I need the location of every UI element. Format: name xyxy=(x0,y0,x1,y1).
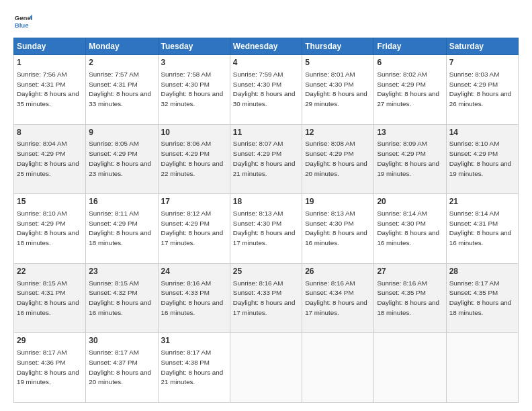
day-info: Sunrise: 8:06 AMSunset: 4:29 PMDaylight:… xyxy=(161,140,224,177)
day-number: 10 xyxy=(161,127,227,138)
day-info: Sunrise: 8:16 AMSunset: 4:35 PMDaylight:… xyxy=(377,279,439,316)
calendar-cell: 7Sunrise: 8:03 AMSunset: 4:29 PMDaylight… xyxy=(446,55,518,125)
day-info: Sunrise: 8:04 AMSunset: 4:29 PMDaylight:… xyxy=(17,140,79,177)
day-number: 18 xyxy=(233,196,299,208)
calendar-cell xyxy=(446,333,518,403)
calendar-cell xyxy=(374,333,446,403)
day-info: Sunrise: 8:01 AMSunset: 4:30 PMDaylight:… xyxy=(305,71,367,107)
day-number: 9 xyxy=(89,127,154,138)
calendar-table: SundayMondayTuesdayWednesdayThursdayFrid… xyxy=(13,38,519,403)
calendar-header-row: SundayMondayTuesdayWednesdayThursdayFrid… xyxy=(14,38,519,55)
calendar-cell: 23Sunrise: 8:15 AMSunset: 4:32 PMDayligh… xyxy=(86,263,158,333)
calendar-cell: 11Sunrise: 8:07 AMSunset: 4:29 PMDayligh… xyxy=(230,124,302,194)
day-info: Sunrise: 8:05 AMSunset: 4:29 PMDaylight:… xyxy=(89,140,151,177)
svg-text:Blue: Blue xyxy=(15,21,29,29)
day-info: Sunrise: 8:09 AMSunset: 4:29 PMDaylight:… xyxy=(377,140,439,177)
day-number: 14 xyxy=(449,127,515,138)
day-info: Sunrise: 8:15 AMSunset: 4:32 PMDaylight:… xyxy=(89,279,151,316)
calendar-cell: 31Sunrise: 8:17 AMSunset: 4:38 PMDayligh… xyxy=(158,333,230,403)
calendar-cell xyxy=(302,333,374,403)
day-number: 16 xyxy=(89,196,154,208)
calendar-week-1: 1Sunrise: 7:56 AMSunset: 4:31 PMDaylight… xyxy=(14,55,519,125)
day-info: Sunrise: 8:17 AMSunset: 4:36 PMDaylight:… xyxy=(17,349,79,385)
day-number: 27 xyxy=(377,266,443,277)
calendar-cell: 13Sunrise: 8:09 AMSunset: 4:29 PMDayligh… xyxy=(374,124,446,194)
day-info: Sunrise: 7:56 AMSunset: 4:31 PMDaylight:… xyxy=(17,71,79,107)
calendar-cell: 21Sunrise: 8:14 AMSunset: 4:31 PMDayligh… xyxy=(446,194,518,264)
day-number: 2 xyxy=(89,57,154,68)
calendar-cell: 22Sunrise: 8:15 AMSunset: 4:31 PMDayligh… xyxy=(14,263,86,333)
day-number: 3 xyxy=(161,57,227,68)
calendar-cell: 3Sunrise: 7:58 AMSunset: 4:30 PMDaylight… xyxy=(158,55,230,125)
calendar-week-3: 15Sunrise: 8:10 AMSunset: 4:29 PMDayligh… xyxy=(14,194,519,264)
calendar-cell xyxy=(230,333,302,403)
calendar-cell: 8Sunrise: 8:04 AMSunset: 4:29 PMDaylight… xyxy=(14,124,86,194)
day-info: Sunrise: 8:11 AMSunset: 4:29 PMDaylight:… xyxy=(89,210,151,246)
calendar-week-5: 29Sunrise: 8:17 AMSunset: 4:36 PMDayligh… xyxy=(14,333,519,403)
day-info: Sunrise: 8:14 AMSunset: 4:31 PMDaylight:… xyxy=(449,210,512,246)
calendar-cell: 24Sunrise: 8:16 AMSunset: 4:33 PMDayligh… xyxy=(158,263,230,333)
day-number: 24 xyxy=(161,266,227,277)
day-number: 4 xyxy=(233,57,299,68)
calendar-cell: 14Sunrise: 8:10 AMSunset: 4:29 PMDayligh… xyxy=(446,124,518,194)
calendar-cell: 12Sunrise: 8:08 AMSunset: 4:29 PMDayligh… xyxy=(302,124,374,194)
day-number: 21 xyxy=(449,196,515,208)
day-info: Sunrise: 8:02 AMSunset: 4:29 PMDaylight:… xyxy=(377,71,439,107)
calendar-week-2: 8Sunrise: 8:04 AMSunset: 4:29 PMDaylight… xyxy=(14,124,519,194)
calendar-cell: 27Sunrise: 8:16 AMSunset: 4:35 PMDayligh… xyxy=(374,263,446,333)
day-number: 19 xyxy=(305,196,371,208)
day-number: 5 xyxy=(305,57,371,68)
calendar-cell: 25Sunrise: 8:16 AMSunset: 4:33 PMDayligh… xyxy=(230,263,302,333)
day-info: Sunrise: 8:17 AMSunset: 4:35 PMDaylight:… xyxy=(449,279,512,316)
day-info: Sunrise: 7:59 AMSunset: 4:30 PMDaylight:… xyxy=(233,71,296,107)
day-info: Sunrise: 8:12 AMSunset: 4:29 PMDaylight:… xyxy=(161,210,224,246)
day-number: 6 xyxy=(377,57,443,68)
day-info: Sunrise: 8:13 AMSunset: 4:30 PMDaylight:… xyxy=(233,210,296,246)
header: General Blue xyxy=(13,12,519,31)
day-info: Sunrise: 8:10 AMSunset: 4:29 PMDaylight:… xyxy=(17,210,79,246)
day-number: 29 xyxy=(17,335,83,347)
calendar-week-4: 22Sunrise: 8:15 AMSunset: 4:31 PMDayligh… xyxy=(14,263,519,333)
day-info: Sunrise: 8:16 AMSunset: 4:33 PMDaylight:… xyxy=(161,279,224,316)
day-info: Sunrise: 8:08 AMSunset: 4:29 PMDaylight:… xyxy=(305,140,367,177)
calendar-cell: 16Sunrise: 8:11 AMSunset: 4:29 PMDayligh… xyxy=(86,194,158,264)
day-info: Sunrise: 7:57 AMSunset: 4:31 PMDaylight:… xyxy=(89,71,151,107)
day-info: Sunrise: 8:07 AMSunset: 4:29 PMDaylight:… xyxy=(233,140,296,177)
calendar-cell: 30Sunrise: 8:17 AMSunset: 4:37 PMDayligh… xyxy=(86,333,158,403)
day-info: Sunrise: 8:10 AMSunset: 4:29 PMDaylight:… xyxy=(449,140,512,177)
calendar-cell: 9Sunrise: 8:05 AMSunset: 4:29 PMDaylight… xyxy=(86,124,158,194)
day-header-sunday: Sunday xyxy=(14,38,86,55)
day-number: 1 xyxy=(17,57,83,68)
day-number: 11 xyxy=(233,127,299,138)
day-info: Sunrise: 8:17 AMSunset: 4:38 PMDaylight:… xyxy=(161,349,224,385)
day-header-monday: Monday xyxy=(86,38,158,55)
calendar-cell: 20Sunrise: 8:14 AMSunset: 4:30 PMDayligh… xyxy=(374,194,446,264)
calendar-page: General Blue SundayMondayTuesdayWednesda… xyxy=(0,0,532,411)
day-number: 25 xyxy=(233,266,299,277)
calendar-cell: 28Sunrise: 8:17 AMSunset: 4:35 PMDayligh… xyxy=(446,263,518,333)
day-info: Sunrise: 8:16 AMSunset: 4:33 PMDaylight:… xyxy=(233,279,296,316)
calendar-cell: 2Sunrise: 7:57 AMSunset: 4:31 PMDaylight… xyxy=(86,55,158,125)
day-number: 30 xyxy=(89,335,154,347)
day-number: 12 xyxy=(305,127,371,138)
day-info: Sunrise: 8:14 AMSunset: 4:30 PMDaylight:… xyxy=(377,210,439,246)
calendar-cell: 1Sunrise: 7:56 AMSunset: 4:31 PMDaylight… xyxy=(14,55,86,125)
calendar-cell: 19Sunrise: 8:13 AMSunset: 4:30 PMDayligh… xyxy=(302,194,374,264)
logo: General Blue xyxy=(13,12,32,31)
calendar-cell: 6Sunrise: 8:02 AMSunset: 4:29 PMDaylight… xyxy=(374,55,446,125)
logo-icon: General Blue xyxy=(13,12,32,31)
day-header-wednesday: Wednesday xyxy=(230,38,302,55)
day-number: 17 xyxy=(161,196,227,208)
day-info: Sunrise: 8:13 AMSunset: 4:30 PMDaylight:… xyxy=(305,210,367,246)
day-number: 31 xyxy=(161,335,227,347)
calendar-cell: 29Sunrise: 8:17 AMSunset: 4:36 PMDayligh… xyxy=(14,333,86,403)
day-header-tuesday: Tuesday xyxy=(158,38,230,55)
calendar-cell: 4Sunrise: 7:59 AMSunset: 4:30 PMDaylight… xyxy=(230,55,302,125)
day-number: 23 xyxy=(89,266,154,277)
day-number: 28 xyxy=(449,266,515,277)
day-number: 20 xyxy=(377,196,443,208)
day-number: 7 xyxy=(449,57,515,68)
calendar-cell: 18Sunrise: 8:13 AMSunset: 4:30 PMDayligh… xyxy=(230,194,302,264)
day-info: Sunrise: 8:15 AMSunset: 4:31 PMDaylight:… xyxy=(17,279,79,316)
svg-text:General: General xyxy=(15,14,32,21)
